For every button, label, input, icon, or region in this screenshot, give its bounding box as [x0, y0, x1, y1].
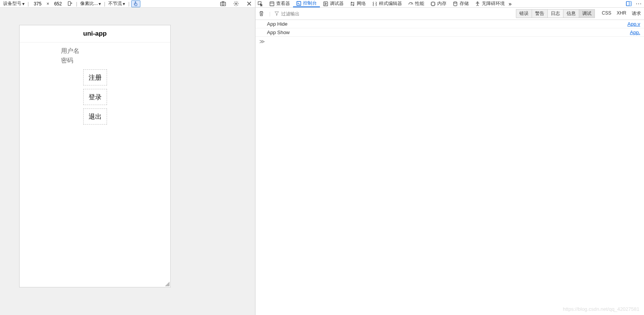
- devtools-menu-icon[interactable]: ⋯: [636, 0, 642, 7]
- height-input[interactable]: [51, 1, 65, 7]
- password-label: 密码: [61, 57, 163, 65]
- rdm-toolbar-right: ✕: [218, 1, 254, 7]
- username-label: 用户名: [61, 47, 163, 55]
- svg-point-9: [454, 2, 457, 3]
- dock-side-icon[interactable]: [626, 1, 632, 7]
- tab-console[interactable]: 控制台: [293, 0, 320, 7]
- device-preview-area: uni-app 用户名 密码 注册 登录 退出: [0, 8, 255, 315]
- device-model-select[interactable]: 设备型号 ▾: [2, 0, 26, 7]
- tab-storage[interactable]: 存储: [450, 0, 472, 7]
- devtools-panel: 查看器 控制台 调试器 网络 样式编辑器 性能 内存 存储: [255, 0, 644, 315]
- tab-performance[interactable]: 性能: [405, 0, 427, 7]
- log-message: App Hide: [267, 21, 628, 27]
- pick-element-icon[interactable]: [258, 1, 263, 7]
- login-button[interactable]: 登录: [83, 89, 107, 105]
- console-filter-bar: | 错误 警告 日志 信息 调试 CSS XHR 请求: [255, 8, 644, 20]
- dim-sep: ×: [45, 1, 51, 7]
- tab-inspector[interactable]: 查看器: [266, 0, 293, 7]
- log-source-link[interactable]: App.v: [628, 21, 640, 27]
- throttle-select[interactable]: 不节流 ▾: [107, 0, 127, 7]
- tab-network-label: 网络: [357, 0, 366, 7]
- filter-xhr[interactable]: XHR: [617, 10, 626, 17]
- tab-accessibility[interactable]: 无障碍环境: [472, 0, 508, 7]
- storage-icon: [453, 1, 458, 7]
- filter-req[interactable]: 请求: [632, 10, 641, 17]
- level-warn-chip[interactable]: 警告: [532, 9, 548, 18]
- console-output: App Hide App.v App Show App. ≫: [255, 20, 644, 315]
- svg-rect-8: [432, 2, 435, 5]
- watermark: https://blog.csdn.net/qq_42027581: [563, 306, 640, 312]
- tab-debugger-label: 调试器: [330, 0, 344, 7]
- filter-extra: CSS XHR 请求: [602, 10, 641, 17]
- logout-button[interactable]: 退出: [83, 108, 107, 125]
- responsive-design-panel: 设备型号 ▾ | × | 像素比... ▾ | 不节流 ▾ |: [0, 0, 255, 315]
- console-icon: [296, 1, 301, 6]
- devtools-tabs-right: ⋯: [624, 0, 642, 7]
- memory-icon: [430, 1, 436, 7]
- app-header: uni-app: [20, 25, 170, 43]
- tab-storage-label: 存储: [460, 0, 469, 7]
- perf-icon: [408, 1, 413, 7]
- inspector-icon: [269, 1, 275, 7]
- touch-toggle-button[interactable]: [131, 0, 140, 7]
- svg-point-10: [477, 2, 478, 3]
- button-group: 注册 登录 退出: [26, 69, 163, 125]
- tab-a11y-label: 无障碍环境: [482, 0, 505, 7]
- style-icon: [372, 1, 377, 7]
- debugger-icon: [323, 1, 328, 7]
- tabs-overflow-icon[interactable]: »: [509, 1, 512, 7]
- level-log-chip[interactable]: 日志: [548, 9, 563, 18]
- width-input[interactable]: [30, 1, 45, 7]
- level-info-chip[interactable]: 信息: [563, 9, 579, 18]
- log-level-chips: 错误 警告 日志 信息 调试: [516, 9, 595, 18]
- svg-rect-5: [270, 2, 274, 6]
- pixel-ratio-label: 像素比...: [80, 0, 98, 7]
- rotate-icon[interactable]: [67, 1, 73, 7]
- tab-console-label: 控制台: [303, 0, 317, 7]
- log-row: App Show App.: [255, 28, 644, 37]
- log-message: App Show: [267, 30, 630, 35]
- log-row: App Hide App.v: [255, 20, 644, 28]
- svg-point-2: [222, 3, 224, 5]
- filter-css[interactable]: CSS: [602, 10, 611, 17]
- funnel-icon: [274, 11, 280, 16]
- tab-debugger[interactable]: 调试器: [320, 0, 347, 7]
- device-frame: uni-app 用户名 密码 注册 登录 退出: [19, 25, 171, 287]
- svg-rect-12: [629, 2, 631, 6]
- tab-memory-label: 内存: [437, 0, 446, 7]
- tab-style-label: 样式编辑器: [379, 0, 402, 7]
- network-icon: [350, 1, 355, 7]
- log-source-link[interactable]: App.: [630, 30, 640, 35]
- pixel-ratio-select[interactable]: 像素比... ▾: [79, 0, 102, 7]
- tab-network[interactable]: 网络: [347, 0, 369, 7]
- register-button[interactable]: 注册: [83, 69, 107, 85]
- tab-style-editor[interactable]: 样式编辑器: [369, 0, 405, 7]
- clear-console-icon[interactable]: [259, 11, 265, 17]
- close-icon[interactable]: ✕: [246, 1, 252, 7]
- throttle-label: 不节流: [108, 0, 122, 7]
- level-debug-chip[interactable]: 调试: [579, 9, 595, 18]
- level-error-chip[interactable]: 错误: [516, 9, 532, 18]
- settings-icon[interactable]: [233, 1, 239, 7]
- devtools-tab-strip: 查看器 控制台 调试器 网络 样式编辑器 性能 内存 存储: [255, 0, 644, 8]
- svg-point-3: [235, 3, 237, 5]
- svg-rect-0: [68, 1, 71, 5]
- filter-input[interactable]: [281, 11, 516, 16]
- resize-handle[interactable]: [164, 281, 170, 286]
- app-body: 用户名 密码 注册 登录 退出: [20, 43, 170, 129]
- screenshot-icon[interactable]: [220, 1, 226, 7]
- rdm-toolbar: 设备型号 ▾ | × | 像素比... ▾ | 不节流 ▾ |: [0, 0, 255, 8]
- tab-memory[interactable]: 内存: [427, 0, 450, 7]
- device-model-label: 设备型号: [3, 0, 21, 7]
- a11y-icon: [475, 1, 480, 7]
- tab-inspector-label: 查看器: [276, 0, 290, 7]
- console-prompt[interactable]: ≫: [255, 37, 644, 46]
- app-title: uni-app: [83, 30, 107, 38]
- tab-perf-label: 性能: [415, 0, 424, 7]
